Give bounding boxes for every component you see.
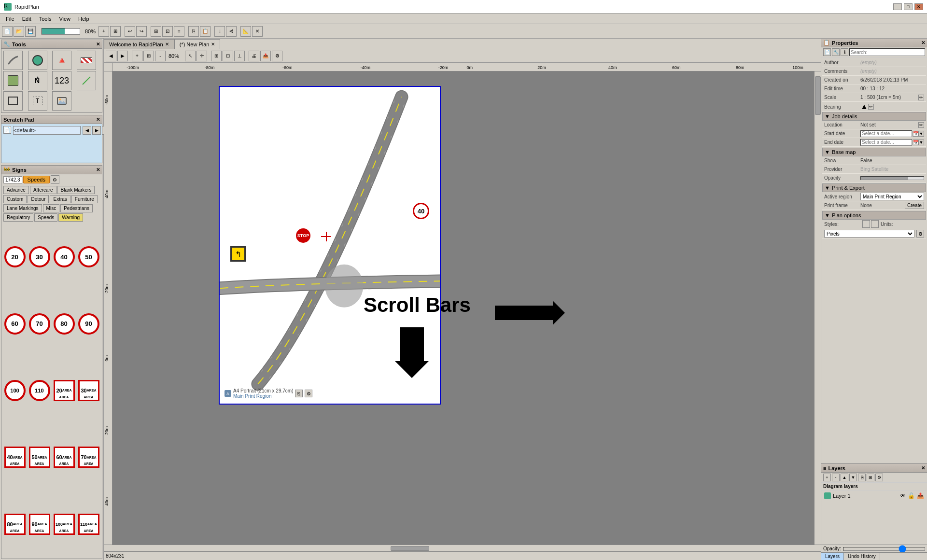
toolbar-new[interactable]: 📄 (2, 26, 13, 37)
canvas-export[interactable]: 📤 (260, 51, 271, 61)
canvas-snap[interactable]: ⊡ (223, 51, 233, 61)
tools-panel-close[interactable]: ✕ (96, 42, 100, 47)
sign-30[interactable]: 30 (28, 224, 51, 289)
units-select[interactable]: Pixels (824, 230, 914, 238)
layer-down[interactable]: ▼ (849, 474, 857, 481)
menu-tools[interactable]: Tools (35, 15, 56, 23)
cat-pedestrians[interactable]: Pedestrians (60, 204, 93, 212)
scroll-v-thumb[interactable] (815, 76, 821, 115)
cat-detour[interactable]: Detour (28, 195, 49, 203)
properties-close[interactable]: ✕ (921, 40, 925, 45)
canvas-zoom-fit[interactable]: ⊞ (143, 51, 154, 61)
canvas-ortho[interactable]: ⊥ (234, 51, 245, 61)
sign-110[interactable]: 110 (28, 358, 51, 423)
layer-1-export[interactable]: 📤 (917, 492, 924, 499)
layer-copy[interactable]: ⎘ (858, 474, 866, 481)
sign-90[interactable]: 90 (77, 291, 100, 356)
cat-lane[interactable]: Lane Markings (3, 204, 42, 212)
canvas-back[interactable]: ◀ (106, 51, 116, 61)
tab-welcome[interactable]: Welcome to RapidPlan ✕ (104, 39, 174, 49)
prop-btn-2[interactable]: 🔧 (832, 48, 840, 56)
menu-help[interactable]: Help (74, 15, 93, 23)
cat-aftercare[interactable]: Aftercare (30, 186, 56, 194)
sign-50[interactable]: 50 (77, 224, 100, 289)
canvas-move[interactable]: ✛ (197, 51, 207, 61)
layers-close[interactable]: ✕ (921, 465, 925, 471)
properties-search[interactable] (849, 48, 925, 56)
start-date-down[interactable]: ▼ (918, 131, 924, 137)
basemap-header[interactable]: ▼ Base map (822, 148, 926, 156)
cat-custom[interactable]: Custom (3, 195, 27, 203)
layer-1-visibility[interactable]: 👁 (900, 492, 906, 499)
paste-btn[interactable]: 📋 (200, 26, 211, 37)
toolbar-open[interactable]: 📂 (14, 26, 24, 37)
minimize-button[interactable]: — (893, 3, 902, 10)
page-copy-btn[interactable]: ⎘ (295, 390, 303, 397)
barrier-tool[interactable] (77, 51, 96, 70)
line-tool[interactable] (77, 71, 96, 90)
bearing-edit-btn[interactable]: ✏ (868, 104, 874, 110)
layer-1-lock[interactable]: 🔓 (908, 492, 915, 499)
sign-70[interactable]: 70 (28, 291, 51, 356)
end-date-down[interactable]: ▼ (918, 140, 924, 145)
layer-btn[interactable]: ≡ (174, 26, 184, 37)
sign-100[interactable]: 100 (3, 358, 26, 423)
sign-70-area[interactable]: 70AREA (77, 425, 100, 490)
styles-btn-1[interactable] (862, 220, 870, 228)
delete-btn[interactable]: ✕ (252, 26, 263, 37)
canvas-grid-toggle[interactable]: ⊞ (211, 51, 222, 61)
scratch-pad-close[interactable]: ✕ (96, 117, 100, 122)
end-date-input[interactable] (860, 139, 912, 146)
print-export-header[interactable]: ▼ Print & Export (822, 183, 926, 192)
canvas-scroll-horizontal[interactable] (104, 545, 821, 551)
sign-20[interactable]: 20 (3, 224, 26, 289)
signs-filter[interactable]: ⚙ (51, 175, 59, 184)
canvas-forward[interactable]: ▶ (117, 51, 128, 61)
snap-btn[interactable]: ⊡ (162, 26, 173, 37)
sign-60[interactable]: 60 (3, 291, 26, 356)
scale-edit-btn[interactable]: ✏ (918, 95, 924, 100)
location-edit-btn[interactable]: ✏ (918, 122, 924, 128)
sign-20-area[interactable]: 20AREA (53, 358, 75, 423)
sign-50-area[interactable]: 50AREA (28, 425, 51, 490)
job-details-header[interactable]: ▼ Job details (822, 112, 926, 121)
layer-delete[interactable]: - (832, 474, 840, 481)
sign-100-area[interactable]: 100AREA (53, 492, 75, 557)
layer-merge[interactable]: ⊞ (867, 474, 874, 481)
redo-btn[interactable]: ↪ (136, 26, 147, 37)
warning-arrow-canvas[interactable]: ↰ (230, 246, 246, 262)
scratch-btn-2[interactable]: ▶ (92, 126, 101, 135)
tab-newplan[interactable]: (*) New Plan ✕ (174, 39, 221, 49)
canvas-zoom-out[interactable]: - (155, 51, 166, 61)
road-tool[interactable] (3, 51, 23, 70)
sign-110-area[interactable]: 110AREA (77, 492, 100, 557)
sign-40-area[interactable]: 40AREA (3, 425, 26, 490)
cat-blank[interactable]: Blank Markers (57, 186, 95, 194)
cat-advance[interactable]: Advance (3, 186, 29, 194)
label-tool[interactable]: 123 (52, 71, 71, 90)
canvas-settings[interactable]: ⚙ (272, 51, 282, 61)
prop-btn-1[interactable]: 📄 (823, 48, 831, 56)
prop-btn-3[interactable]: ℹ (841, 48, 848, 56)
page-settings-btn[interactable]: ⚙ (305, 390, 312, 397)
sign-80[interactable]: 80 (53, 291, 75, 356)
terrain-tool[interactable] (3, 71, 23, 90)
traffic-tool[interactable]: 🔺 (52, 51, 71, 70)
undo-btn[interactable]: ↩ (125, 26, 135, 37)
layer-up[interactable]: ▲ (841, 474, 848, 481)
sign-30-area[interactable]: 30AREA (77, 358, 100, 423)
rect-tool[interactable] (3, 91, 23, 111)
cat-furniture[interactable]: Furniture (71, 195, 98, 203)
stop-sign-canvas[interactable]: STOP (295, 227, 312, 244)
layers-tab-undo[interactable]: Undo History (844, 553, 880, 560)
dist-btn[interactable]: ⫷ (226, 26, 237, 37)
scratch-btn-1[interactable]: ◀ (83, 126, 91, 135)
toolbar-save[interactable]: 💾 (25, 26, 36, 37)
canvas-scroll-vertical[interactable] (814, 71, 821, 545)
zoom-fit[interactable]: ⊞ (110, 26, 121, 37)
image-tool[interactable] (52, 91, 71, 111)
sign-60-area[interactable]: 60AREA (53, 425, 75, 490)
canvas-select[interactable]: ↖ (185, 51, 196, 61)
tab-welcome-close[interactable]: ✕ (165, 42, 169, 47)
signs-panel-close[interactable]: ✕ (96, 167, 100, 172)
